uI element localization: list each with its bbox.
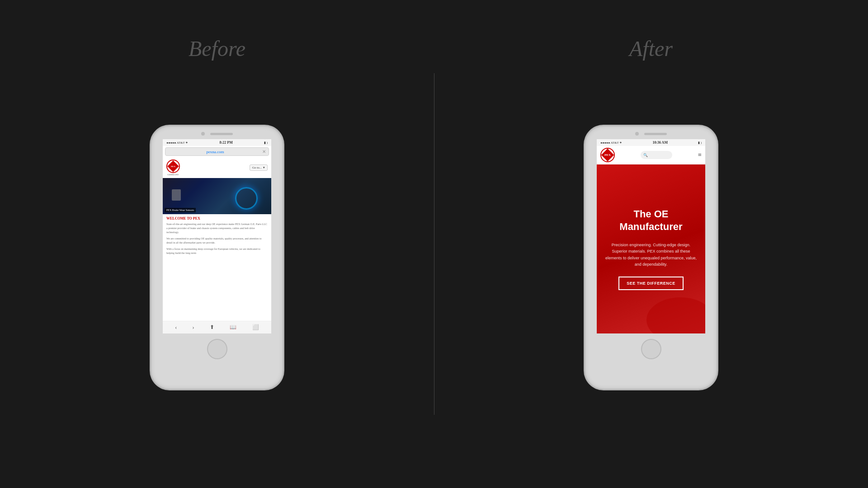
pex-circle-before: PEX <box>166 160 180 173</box>
forward-icon[interactable]: › <box>193 324 194 331</box>
before-phone: ●●●●● AT&T ✦ 8:22 PM ▮ ) pexna.com ✕ PEX <box>151 127 283 389</box>
after-phone-top <box>585 127 717 136</box>
after-label: After <box>629 36 673 61</box>
url-text: pexna.com <box>168 150 262 154</box>
goto-arrow: ▾ <box>263 166 265 169</box>
speaker-after <box>644 133 667 135</box>
after-signal-text: ●●●●● AT&T ✦ <box>600 141 622 145</box>
after-hero-body: Precision engineering. Cutting-edge desi… <box>604 242 698 268</box>
brake-pad-graphic <box>172 189 181 201</box>
close-tab-icon[interactable]: ✕ <box>262 149 266 154</box>
gauge-decoration <box>163 180 271 214</box>
after-screen: ●●●●● AT&T ✦ 10:36 AM ▮ ) PEX 🔍 ≡ <box>597 139 705 333</box>
after-hero-heading: The OE Manufacturer <box>604 208 698 234</box>
before-label: Before <box>189 36 245 61</box>
before-home-button[interactable] <box>207 339 227 359</box>
before-panel: Before ●●●●● AT&T ✦ 8:22 PM ▮ ) pexna.co… <box>0 0 434 488</box>
after-pex-wordmark: PEX <box>604 153 611 157</box>
speaker <box>210 133 233 135</box>
before-para-2: We are committed to providing OE quality… <box>166 237 268 245</box>
after-search-box[interactable]: 🔍 <box>641 151 672 159</box>
comparison-container: Before ●●●●● AT&T ✦ 8:22 PM ▮ ) pexna.co… <box>0 0 868 488</box>
before-url-bar[interactable]: pexna.com ✕ <box>165 147 269 156</box>
after-status-bar: ●●●●● AT&T ✦ 10:36 AM ▮ ) <box>597 139 705 146</box>
pex-subtitle-before: GERMANY <box>167 174 179 176</box>
search-icon: 🔍 <box>643 153 648 157</box>
after-battery-icon: ▮ ) <box>698 141 702 145</box>
after-phone: ●●●●● AT&T ✦ 10:36 AM ▮ ) PEX 🔍 ≡ <box>585 127 717 389</box>
front-camera-after <box>635 132 639 136</box>
battery-icon: ▮ ) <box>264 141 268 145</box>
before-phone-top <box>151 127 283 136</box>
before-browser-bar: ‹ › ⬆ 📖 ⬜ <box>163 321 271 333</box>
after-panel: After ●●●●● AT&T ✦ 10:36 AM ▮ ) PEX <box>434 0 868 488</box>
see-the-difference-button[interactable]: SEE THE DIFFERENCE <box>618 277 684 290</box>
time-text: 8:22 PM <box>220 141 233 145</box>
front-camera <box>201 132 205 136</box>
back-icon[interactable]: ‹ <box>175 324 177 331</box>
hamburger-menu-icon[interactable]: ≡ <box>698 152 702 158</box>
after-home-button[interactable] <box>641 339 661 359</box>
gauge-circle-graphic <box>235 187 258 210</box>
before-logo-area: PEX GERMANY Go to... ▾ <box>163 157 271 178</box>
after-time-text: 10:36 AM <box>652 141 668 145</box>
before-para-3: With a focus on maintaining deep coverag… <box>166 247 268 255</box>
after-hero-section: The OE Manufacturer Precision engineerin… <box>597 164 705 333</box>
before-status-bar: ●●●●● AT&T ✦ 8:22 PM ▮ ) <box>163 139 271 146</box>
pex-wordmark-before: PEX <box>171 165 175 168</box>
before-content-area: WELCOME TO PEX State-of-the-art engineer… <box>163 214 271 260</box>
signal-text: ●●●●● AT&T ✦ <box>166 141 188 145</box>
before-para-1: State-of-the-art engineering and our dee… <box>166 222 268 235</box>
bookmarks-icon[interactable]: 📖 <box>230 324 236 331</box>
after-nav-bar: PEX 🔍 ≡ <box>597 146 705 164</box>
before-logo: PEX GERMANY <box>166 160 180 176</box>
tabs-icon[interactable]: ⬜ <box>252 324 259 331</box>
before-hero-image: PEX Brake Wear Sensors <box>163 178 271 214</box>
welcome-heading: WELCOME TO PEX <box>166 216 268 221</box>
after-pex-logo: PEX <box>600 148 615 162</box>
before-screen: ●●●●● AT&T ✦ 8:22 PM ▮ ) pexna.com ✕ PEX <box>163 139 271 333</box>
share-icon[interactable]: ⬆ <box>210 324 214 331</box>
goto-label: Go to... <box>252 166 262 169</box>
goto-button[interactable]: Go to... ▾ <box>250 164 268 171</box>
